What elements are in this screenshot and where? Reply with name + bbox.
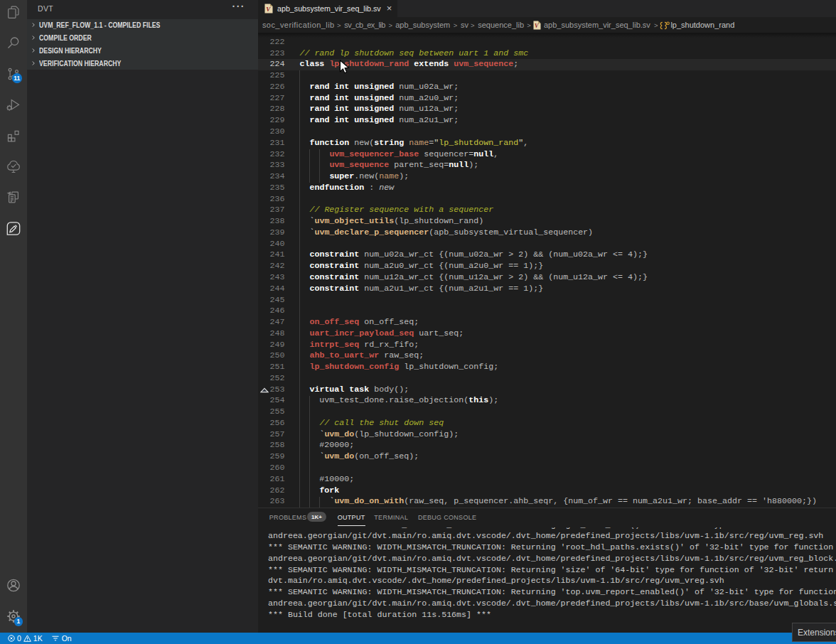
svg-text:V: V [266, 6, 271, 13]
svg-text:V: V [535, 23, 539, 29]
